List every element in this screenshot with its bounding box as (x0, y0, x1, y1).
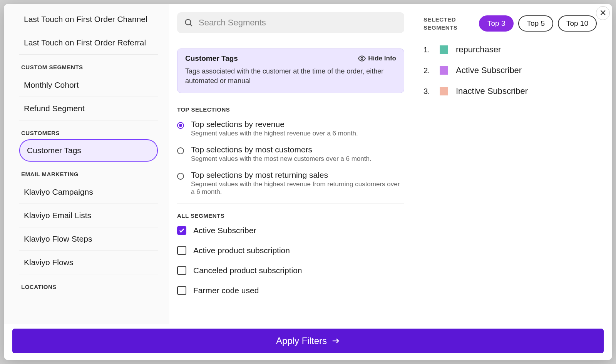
checkbox-label: Canceled product subscription (193, 266, 302, 275)
segment-checkbox-item[interactable]: Canceled product subscription (177, 266, 404, 275)
sidebar: Last Touch on First Order Channel Last T… (4, 4, 169, 324)
pill-top-5[interactable]: Top 5 (518, 15, 553, 32)
segment-number: 1. (424, 45, 432, 54)
sidebar-item[interactable]: Refund Segment (19, 97, 158, 120)
radio-desc: Segment values with the highest revenue … (191, 130, 358, 137)
apply-button-label: Apply Filters (276, 336, 327, 346)
radio-icon (177, 122, 184, 129)
segment-name: repurchaser (456, 45, 501, 55)
hide-info-toggle[interactable]: Hide Info (358, 55, 396, 62)
top-selections-heading: TOP SELECTIONS (177, 106, 404, 113)
svg-point-2 (361, 58, 363, 60)
info-title: Customer Tags (185, 54, 238, 63)
search-container (177, 12, 404, 33)
hide-info-label: Hide Info (368, 55, 396, 62)
checkbox-icon (177, 286, 186, 295)
radio-title: Top selections by most customers (191, 145, 372, 154)
search-icon (184, 18, 193, 27)
radio-option-returning[interactable]: Top selections by most returning sales S… (177, 170, 404, 196)
checkbox-label: Active Subscriber (193, 226, 256, 235)
selected-segment-row: 2. Active Subscriber (424, 65, 597, 75)
right-panel: SELECTED SEGMENTS Top 3 Top 5 Top 10 1. … (416, 4, 612, 324)
close-button[interactable]: ✕ (596, 6, 610, 20)
radio-icon (177, 173, 184, 180)
modal-footer: Apply Filters (4, 324, 612, 360)
radio-title: Top selections by most returning sales (191, 170, 404, 180)
right-header: SELECTED SEGMENTS Top 3 Top 5 Top 10 (424, 15, 597, 32)
close-icon: ✕ (599, 8, 606, 18)
radio-icon (177, 147, 184, 154)
all-segments-list: Active Subscriber Active product subscri… (177, 226, 404, 295)
sidebar-heading-custom: CUSTOM SEGMENTS (19, 55, 158, 73)
segment-checkbox-item[interactable]: Active Subscriber (177, 226, 404, 235)
apply-filters-button[interactable]: Apply Filters (12, 329, 604, 353)
info-card-header: Customer Tags Hide Info (185, 54, 396, 63)
svg-point-0 (186, 20, 191, 25)
center-panel: Customer Tags Hide Info Tags associated … (169, 4, 416, 324)
color-swatch (440, 66, 448, 75)
checkbox-icon (177, 246, 186, 255)
sidebar-item[interactable]: Monthly Cohort (19, 73, 158, 97)
sidebar-item[interactable]: Last Touch on First Order Channel (19, 8, 158, 31)
segment-checkbox-item[interactable]: Active product subscription (177, 246, 404, 255)
selected-segment-row: 3. Inactive Subscriber (424, 86, 597, 96)
sidebar-heading-locations: LOCATIONS (19, 274, 158, 293)
segment-filter-modal: ✕ Last Touch on First Order Channel Last… (4, 4, 612, 360)
segment-checkbox-item[interactable]: Farmer code used (177, 286, 404, 295)
pill-top-3[interactable]: Top 3 (479, 15, 514, 32)
checkbox-label: Active product subscription (193, 246, 290, 255)
checkbox-label: Farmer code used (193, 286, 259, 295)
sidebar-item[interactable]: Klaviyo Flows (19, 251, 158, 274)
info-description: Tags associated with the customer at the… (185, 67, 396, 86)
checkbox-icon (177, 226, 186, 235)
selected-segment-row: 1. repurchaser (424, 45, 597, 55)
color-swatch (440, 45, 448, 54)
search-input[interactable] (199, 18, 397, 28)
radio-desc: Segment values with the highest revenue … (191, 180, 404, 196)
segment-number: 2. (424, 66, 432, 75)
all-segments-heading: ALL SEGMENTS (177, 212, 404, 219)
segment-name: Inactive Subscriber (456, 86, 528, 96)
sidebar-item-customer-tags[interactable]: Customer Tags (19, 139, 158, 162)
radio-title: Top selections by revenue (191, 120, 358, 129)
eye-icon (358, 55, 366, 62)
top-n-pills: Top 3 Top 5 Top 10 (479, 15, 597, 32)
pill-top-10[interactable]: Top 10 (558, 15, 597, 32)
sidebar-heading-email: EMAIL MARKETING (19, 162, 158, 180)
sidebar-item[interactable]: Last Touch on First Order Referral (19, 31, 158, 55)
info-card: Customer Tags Hide Info Tags associated … (177, 48, 404, 93)
checkbox-icon (177, 266, 186, 275)
color-swatch (440, 87, 448, 95)
sidebar-heading-customers: CUSTOMERS (19, 120, 158, 139)
top-selections-list: Top selections by revenue Segment values… (177, 120, 404, 204)
sidebar-item[interactable]: Klaviyo Email Lists (19, 204, 158, 227)
segment-name: Active Subscriber (456, 65, 522, 75)
arrow-right-icon (331, 337, 340, 345)
selected-segments-label: SELECTED SEGMENTS (424, 15, 457, 32)
radio-option-customers[interactable]: Top selections by most customers Segment… (177, 145, 404, 163)
modal-content: Last Touch on First Order Channel Last T… (4, 4, 612, 324)
svg-line-1 (190, 24, 192, 26)
segment-number: 3. (424, 87, 432, 96)
radio-option-revenue[interactable]: Top selections by revenue Segment values… (177, 120, 404, 137)
sidebar-item[interactable]: Klaviyo Flow Steps (19, 227, 158, 251)
sidebar-item[interactable]: Klaviyo Campaigns (19, 180, 158, 204)
radio-desc: Segment values with the most new custome… (191, 155, 372, 163)
